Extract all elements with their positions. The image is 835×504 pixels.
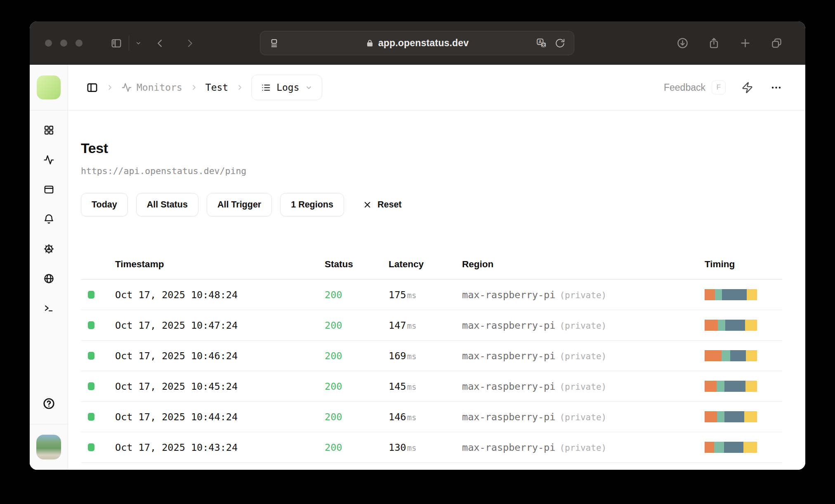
user-avatar[interactable] (36, 435, 61, 459)
lock-icon (366, 39, 374, 47)
feedback-button[interactable]: Feedback (664, 82, 705, 93)
timing-bar (705, 289, 757, 300)
timing-segment (743, 442, 757, 453)
breadcrumb-current[interactable]: Test (205, 82, 228, 93)
downloads-icon[interactable] (677, 37, 689, 49)
filter-button-today[interactable]: Today (81, 193, 128, 217)
timing-segment (722, 289, 747, 300)
timing-segment (715, 289, 722, 300)
address-bar[interactable]: app.openstatus.dev A文 (260, 31, 574, 55)
app-sidebar (30, 65, 68, 470)
monitors-activity-icon[interactable] (34, 145, 64, 174)
table-row[interactable]: Oct 17, 2025 10:46:24 200 169ms max-rasp… (81, 341, 782, 371)
dashboard-grid-icon[interactable] (34, 115, 64, 145)
cell-latency: 130ms (389, 442, 462, 453)
view-selector-logs[interactable]: Logs (251, 75, 322, 100)
browser-toolbar: app.openstatus.dev A文 (30, 21, 805, 65)
log-rows: Oct 17, 2025 10:48:24 200 175ms max-rasp… (81, 280, 782, 463)
timing-segment (724, 381, 745, 392)
filter-button-all-trigger[interactable]: All Trigger (207, 193, 272, 217)
x-icon (363, 200, 372, 209)
minimize-window-button[interactable] (60, 40, 67, 47)
col-timing: Timing (705, 259, 782, 270)
chevron-down-icon[interactable] (135, 40, 142, 47)
timing-bar (705, 381, 757, 392)
svg-text:文: 文 (542, 43, 545, 47)
share-icon[interactable] (708, 37, 720, 49)
filter-button-all-status[interactable]: All Status (136, 193, 198, 217)
timing-segment (705, 411, 717, 422)
status-dot (88, 291, 94, 299)
timing-segment (745, 381, 757, 392)
timing-bar (705, 320, 757, 331)
timing-segment (717, 411, 724, 422)
address-text: app.openstatus.dev (378, 38, 469, 49)
reset-filters-button[interactable]: Reset (357, 193, 408, 217)
timing-segment (724, 442, 743, 453)
list-icon (261, 82, 271, 93)
status-pages-icon[interactable] (34, 174, 64, 204)
breadcrumb-monitors[interactable]: Monitors (121, 82, 182, 93)
tab-overview-icon[interactable] (771, 37, 783, 49)
cell-timing (705, 320, 782, 331)
workspace-logo[interactable] (37, 75, 61, 99)
cell-region: max-raspberry-pi(private) (462, 411, 705, 423)
app-header: Monitors Test Logs Feedback F (68, 65, 805, 111)
translate-icon[interactable]: A文 (536, 38, 547, 49)
timing-segment (744, 411, 757, 422)
cell-region: max-raspberry-pi(private) (462, 320, 705, 331)
cell-timing (705, 411, 782, 422)
logo-block (30, 65, 68, 111)
timing-segment (724, 411, 744, 422)
timing-bar (705, 350, 757, 361)
table-row[interactable]: Oct 17, 2025 10:48:24 200 175ms max-rasp… (81, 280, 782, 310)
timing-segment (717, 381, 724, 392)
timing-segment (705, 320, 718, 331)
reload-icon[interactable] (554, 38, 566, 49)
settings-cog-icon[interactable] (34, 234, 64, 264)
cell-latency: 146ms (389, 411, 462, 423)
notifications-bell-icon[interactable] (34, 204, 64, 234)
timing-segment (705, 289, 715, 300)
filter-bar: TodayAll StatusAll Trigger1 Regions Rese… (81, 193, 782, 217)
more-options-icon[interactable] (771, 82, 782, 93)
cli-terminal-icon[interactable] (34, 293, 64, 323)
zoom-window-button[interactable] (75, 40, 83, 47)
back-icon[interactable] (154, 38, 166, 49)
cell-timestamp: Oct 17, 2025 10:48:24 (104, 289, 325, 301)
col-status: Status (325, 259, 389, 270)
forward-icon[interactable] (184, 38, 196, 49)
panel-toggle-icon[interactable] (86, 82, 98, 94)
feedback-shortcut-badge: F (712, 80, 726, 94)
chevron-right-icon (106, 84, 113, 91)
cell-status: 200 (325, 350, 389, 362)
status-dot (88, 352, 94, 360)
cell-timing (705, 350, 782, 361)
close-window-button[interactable] (45, 40, 52, 47)
zap-icon[interactable] (741, 82, 753, 94)
table-row[interactable]: Oct 17, 2025 10:44:24 200 146ms max-rasp… (81, 402, 782, 432)
cell-timestamp: Oct 17, 2025 10:45:24 (104, 381, 325, 392)
status-dot (88, 443, 94, 451)
cell-timing (705, 442, 782, 453)
col-timestamp: Timestamp (104, 259, 325, 270)
page-format-icon[interactable] (269, 38, 280, 49)
new-tab-icon[interactable] (739, 37, 751, 49)
cell-status: 200 (325, 381, 389, 392)
status-dot (88, 413, 94, 421)
timing-segment (747, 289, 757, 300)
cell-region: max-raspberry-pi(private) (462, 289, 705, 301)
sidebar-toggle-icon[interactable] (111, 38, 122, 49)
traffic-lights (45, 40, 83, 47)
status-dot (88, 382, 94, 390)
table-row[interactable]: Oct 17, 2025 10:45:24 200 145ms max-rasp… (81, 371, 782, 402)
timing-segment (705, 442, 714, 453)
domains-globe-icon[interactable] (34, 264, 64, 293)
help-icon[interactable] (34, 389, 64, 418)
timing-segment (722, 350, 731, 361)
table-row[interactable]: Oct 17, 2025 10:47:24 200 147ms max-rasp… (81, 310, 782, 341)
table-row[interactable]: Oct 17, 2025 10:43:24 200 130ms max-rasp… (81, 432, 782, 463)
filter-button-1-regions[interactable]: 1 Regions (280, 193, 344, 217)
cell-region: max-raspberry-pi(private) (462, 381, 705, 392)
cell-latency: 147ms (389, 320, 462, 331)
